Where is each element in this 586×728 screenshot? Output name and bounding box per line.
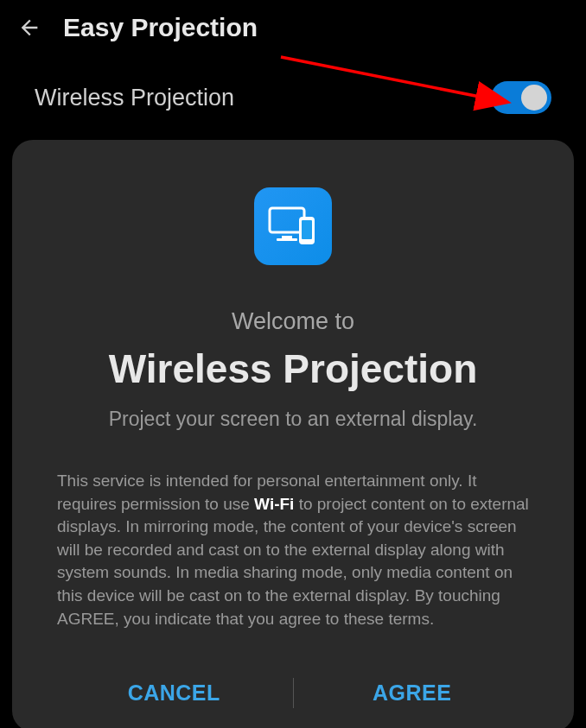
welcome-dialog: Welcome to Wireless Projection Project y… [12,140,574,728]
welcome-label: Welcome to [232,308,354,335]
wireless-projection-setting: Wireless Projection [0,55,586,131]
back-button[interactable] [17,16,41,40]
toggle-knob [521,85,547,111]
wireless-projection-toggle[interactable] [491,81,551,114]
svg-rect-3 [282,236,292,238]
svg-rect-4 [277,238,297,241]
dialog-subtitle: Project your screen to an external displ… [109,408,478,431]
projection-app-icon [254,187,332,265]
wifi-bold: Wi-Fi [254,495,294,513]
setting-label: Wireless Projection [35,85,234,111]
svg-rect-6 [302,220,312,239]
arrow-left-icon [17,16,41,40]
agree-button[interactable]: AGREE [294,663,532,723]
monitor-phone-icon [268,205,318,248]
cancel-button[interactable]: CANCEL [55,663,293,723]
terms-text: This service is intended for personal en… [55,470,531,630]
header: Easy Projection [0,0,586,55]
dialog-title: Wireless Projection [109,345,478,392]
dialog-buttons: CANCEL AGREE [55,663,531,728]
page-title: Easy Projection [63,13,258,42]
